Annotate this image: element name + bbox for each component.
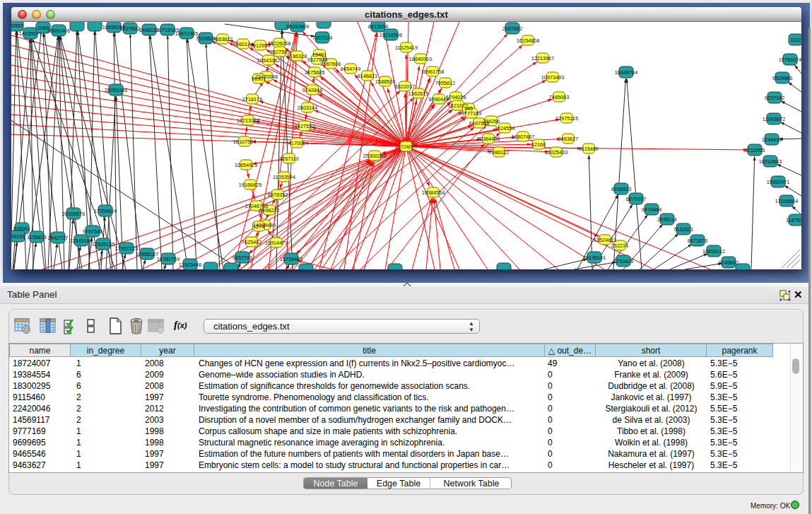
svg-text:17016504: 17016504 bbox=[775, 198, 798, 204]
svg-text:8454749: 8454749 bbox=[341, 66, 360, 72]
svg-text:98901: 98901 bbox=[252, 76, 266, 82]
svg-text:2087682: 2087682 bbox=[502, 25, 522, 32]
svg-text:12213383: 12213383 bbox=[237, 117, 259, 124]
svg-text:835061: 835061 bbox=[13, 226, 30, 232]
svg-text:16782759: 16782759 bbox=[157, 256, 180, 262]
svg-text:20691406: 20691406 bbox=[47, 28, 70, 34]
svg-text:10025433: 10025433 bbox=[545, 149, 567, 156]
svg-text:7955812: 7955812 bbox=[435, 80, 455, 86]
svg-text:14035571: 14035571 bbox=[19, 30, 42, 37]
svg-text:8878352: 8878352 bbox=[268, 192, 288, 198]
svg-text:17957223: 17957223 bbox=[115, 245, 138, 252]
svg-text:7986322: 7986322 bbox=[489, 149, 509, 156]
svg-text:1156829: 1156829 bbox=[27, 234, 47, 240]
svg-text:20206576: 20206576 bbox=[62, 211, 85, 217]
svg-text:20053346: 20053346 bbox=[105, 87, 127, 93]
svg-text:7663822: 7663822 bbox=[213, 36, 233, 42]
svg-text:252214: 252214 bbox=[611, 243, 628, 249]
svg-text:12923446: 12923446 bbox=[179, 262, 201, 268]
svg-text:19166825: 19166825 bbox=[239, 182, 261, 188]
svg-text:10973493: 10973493 bbox=[541, 74, 564, 81]
svg-text:11325419: 11325419 bbox=[395, 45, 418, 51]
svg-text:16107554: 16107554 bbox=[233, 139, 256, 145]
svg-text:3624554: 3624554 bbox=[495, 125, 514, 132]
svg-text:6794028: 6794028 bbox=[446, 94, 466, 100]
svg-text:8471676: 8471676 bbox=[688, 238, 707, 244]
svg-text:16210643: 16210643 bbox=[759, 158, 782, 165]
svg-text:2718176: 2718176 bbox=[242, 96, 262, 103]
svg-text:10807487: 10807487 bbox=[512, 134, 534, 140]
svg-text:15692971: 15692971 bbox=[767, 179, 789, 185]
svg-text:12093872: 12093872 bbox=[763, 116, 785, 122]
svg-text:2803144: 2803144 bbox=[298, 105, 317, 111]
svg-text:9777169: 9777169 bbox=[461, 110, 481, 117]
svg-text:12213967: 12213967 bbox=[531, 55, 554, 62]
svg-text:8427552: 8427552 bbox=[295, 123, 314, 129]
svg-text:10671385: 10671385 bbox=[175, 30, 198, 37]
svg-text:10958107: 10958107 bbox=[136, 251, 158, 257]
svg-text:15226058: 15226058 bbox=[268, 40, 290, 47]
svg-text:8938923: 8938923 bbox=[611, 186, 631, 192]
svg-text:3267110: 3267110 bbox=[279, 156, 299, 162]
svg-text:30557: 30557 bbox=[11, 23, 23, 29]
svg-text:1112: 1112 bbox=[790, 37, 801, 43]
svg-text:15751074: 15751074 bbox=[779, 57, 801, 63]
svg-text:9857791: 9857791 bbox=[233, 255, 252, 261]
svg-text:20364436: 20364436 bbox=[477, 136, 500, 142]
svg-text:39159: 39159 bbox=[11, 233, 25, 240]
svg-text:10543382: 10543382 bbox=[257, 57, 280, 64]
svg-text:7625402: 7625402 bbox=[242, 239, 261, 245]
svg-text:9227342: 9227342 bbox=[765, 95, 784, 101]
svg-text:7357224: 7357224 bbox=[312, 35, 332, 41]
svg-text:16033809: 16033809 bbox=[286, 23, 309, 30]
svg-text:3875685: 3875685 bbox=[305, 69, 324, 76]
svg-text:1362615: 1362615 bbox=[408, 90, 428, 97]
svg-text:18724007: 18724007 bbox=[394, 144, 417, 150]
svg-text:12975115: 12975115 bbox=[555, 115, 578, 122]
svg-text:18640910: 18640910 bbox=[409, 56, 432, 62]
svg-text:11545194: 11545194 bbox=[70, 238, 93, 244]
svg-text:16914479: 16914479 bbox=[265, 240, 288, 246]
svg-text:2942737: 2942737 bbox=[48, 235, 68, 241]
svg-text:10654925: 10654925 bbox=[235, 162, 257, 168]
svg-text:8186328: 8186328 bbox=[287, 53, 307, 59]
svg-text:9245652: 9245652 bbox=[719, 259, 739, 266]
svg-text:17359924: 17359924 bbox=[94, 208, 117, 214]
svg-text:7485003: 7485003 bbox=[549, 94, 569, 100]
svg-text:2967608: 2967608 bbox=[321, 61, 341, 67]
svg-text:1274: 1274 bbox=[253, 223, 264, 230]
svg-text:1588520: 1588520 bbox=[375, 78, 395, 85]
svg-text:1733426: 1733426 bbox=[613, 258, 633, 264]
svg-text:9474444: 9474444 bbox=[642, 206, 661, 213]
svg-text:9797586: 9797586 bbox=[83, 228, 102, 235]
svg-text:15136141: 15136141 bbox=[583, 255, 606, 261]
svg-text:12505135: 12505135 bbox=[92, 241, 114, 247]
svg-text:10654112: 10654112 bbox=[702, 248, 725, 255]
svg-text:9242848: 9242848 bbox=[302, 87, 322, 93]
svg-text:62160: 62160 bbox=[531, 141, 546, 148]
svg-text:16648784: 16648784 bbox=[615, 69, 637, 76]
svg-text:19384554: 19384554 bbox=[422, 189, 445, 196]
svg-text:9463627: 9463627 bbox=[558, 136, 578, 142]
svg-text:11353594: 11353594 bbox=[273, 174, 295, 180]
svg-text:9529966: 9529966 bbox=[772, 75, 792, 81]
svg-text:2935114: 2935114 bbox=[657, 216, 677, 223]
svg-text:19218506: 19218506 bbox=[379, 32, 402, 38]
svg-text:8215955: 8215955 bbox=[745, 147, 765, 153]
svg-text:6322037: 6322037 bbox=[395, 83, 415, 90]
svg-text:16961758: 16961758 bbox=[421, 69, 444, 75]
svg-text:8813054: 8813054 bbox=[368, 23, 388, 30]
svg-text:15716485: 15716485 bbox=[280, 256, 302, 262]
svg-text:16154808: 16154808 bbox=[517, 37, 539, 44]
svg-text:9115460: 9115460 bbox=[579, 146, 599, 152]
svg-text:7632621: 7632621 bbox=[673, 226, 693, 233]
svg-text:6497568: 6497568 bbox=[469, 120, 489, 127]
svg-text:5498222: 5498222 bbox=[259, 207, 279, 214]
svg-text:417006: 417006 bbox=[288, 140, 305, 146]
svg-text:1244415: 1244415 bbox=[762, 136, 782, 143]
svg-text:6879197: 6879197 bbox=[626, 196, 646, 202]
svg-text:25300205: 25300205 bbox=[363, 153, 386, 159]
svg-text:1167533: 1167533 bbox=[786, 217, 801, 223]
svg-text:1527602: 1527602 bbox=[120, 25, 140, 32]
